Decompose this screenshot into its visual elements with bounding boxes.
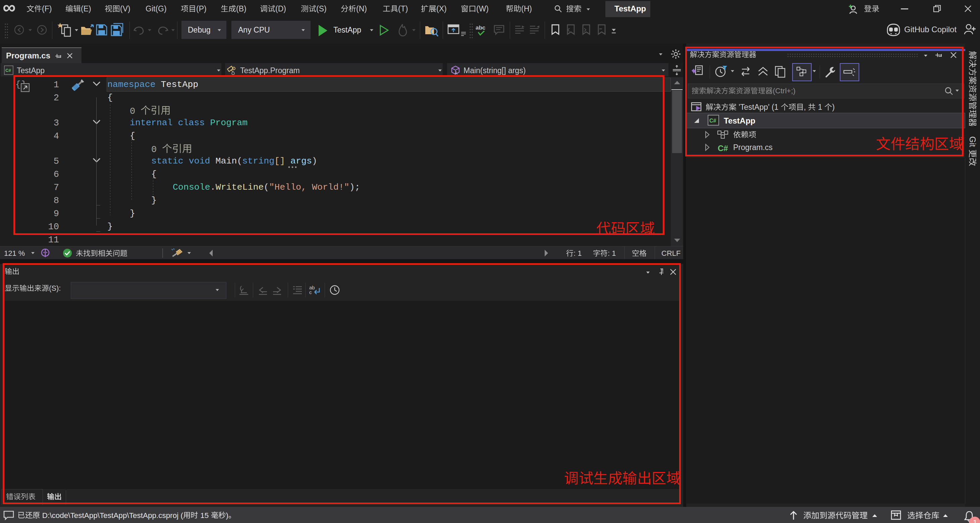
svg-text:1: 1 [973,518,977,523]
svg-text:abc: abc [476,24,485,31]
svg-text:A: A [455,71,457,75]
svg-text:C#: C# [5,68,11,73]
